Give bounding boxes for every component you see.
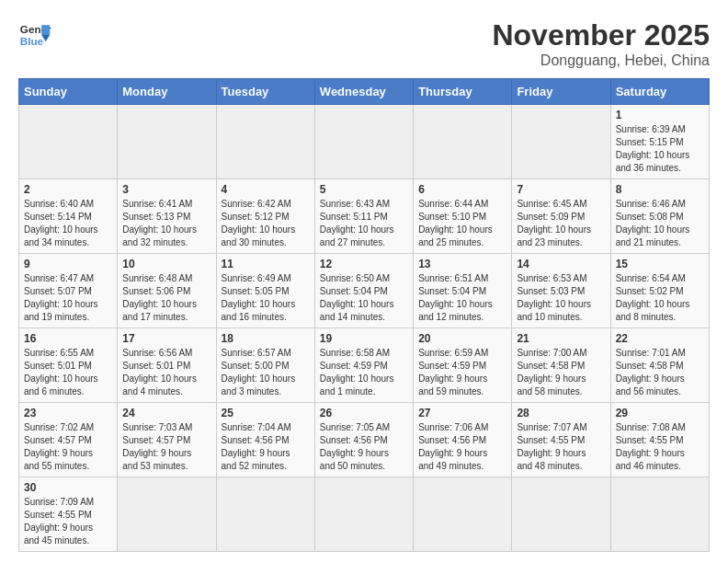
day-info: Sunrise: 6:59 AM Sunset: 4:59 PM Dayligh… bbox=[418, 347, 506, 398]
day-info: Sunrise: 6:54 AM Sunset: 5:02 PM Dayligh… bbox=[616, 272, 704, 324]
day-number: 4 bbox=[222, 183, 310, 196]
logo-icon: General Blue bbox=[18, 18, 51, 52]
day-number: 24 bbox=[122, 407, 210, 419]
day-cell: 30Sunrise: 7:09 AM Sunset: 4:55 PM Dayli… bbox=[19, 477, 118, 552]
day-cell: 25Sunrise: 7:04 AM Sunset: 4:56 PM Dayli… bbox=[216, 403, 314, 477]
day-number: 30 bbox=[24, 481, 112, 494]
day-info: Sunrise: 6:55 AM Sunset: 5:01 PM Dayligh… bbox=[24, 347, 112, 398]
day-number: 3 bbox=[122, 183, 210, 196]
day-cell: 3Sunrise: 6:41 AM Sunset: 5:13 PM Daylig… bbox=[118, 179, 216, 254]
day-number: 25 bbox=[222, 407, 310, 419]
day-number: 10 bbox=[122, 258, 210, 270]
day-number: 2 bbox=[24, 183, 112, 196]
day-number: 19 bbox=[320, 332, 408, 345]
day-info: Sunrise: 6:48 AM Sunset: 5:06 PM Dayligh… bbox=[122, 272, 210, 324]
day-info: Sunrise: 6:40 AM Sunset: 5:14 PM Dayligh… bbox=[24, 198, 112, 249]
day-info: Sunrise: 7:09 AM Sunset: 4:55 PM Dayligh… bbox=[24, 496, 112, 547]
day-cell: 6Sunrise: 6:44 AM Sunset: 5:10 PM Daylig… bbox=[414, 179, 512, 254]
calendar-table: SundayMondayTuesdayWednesdayThursdayFrid… bbox=[18, 78, 710, 552]
col-header-wednesday: Wednesday bbox=[314, 79, 413, 105]
day-number: 13 bbox=[418, 258, 506, 270]
day-cell: 2Sunrise: 6:40 AM Sunset: 5:14 PM Daylig… bbox=[19, 179, 118, 254]
day-number: 14 bbox=[517, 258, 605, 270]
day-info: Sunrise: 7:02 AM Sunset: 4:57 PM Dayligh… bbox=[24, 421, 112, 473]
day-cell: 17Sunrise: 6:56 AM Sunset: 5:01 PM Dayli… bbox=[118, 328, 216, 403]
day-number: 8 bbox=[616, 183, 704, 196]
day-cell: 8Sunrise: 6:46 AM Sunset: 5:08 PM Daylig… bbox=[610, 179, 709, 254]
week-row-4: 23Sunrise: 7:02 AM Sunset: 4:57 PM Dayli… bbox=[19, 403, 710, 477]
day-number: 9 bbox=[24, 258, 112, 270]
day-cell: 15Sunrise: 6:54 AM Sunset: 5:02 PM Dayli… bbox=[610, 254, 709, 328]
day-info: Sunrise: 7:07 AM Sunset: 4:55 PM Dayligh… bbox=[517, 421, 605, 473]
day-number: 21 bbox=[517, 332, 605, 345]
day-info: Sunrise: 7:03 AM Sunset: 4:57 PM Dayligh… bbox=[122, 421, 210, 473]
day-number: 17 bbox=[122, 332, 210, 345]
week-row-3: 16Sunrise: 6:55 AM Sunset: 5:01 PM Dayli… bbox=[19, 328, 710, 403]
col-header-tuesday: Tuesday bbox=[216, 79, 314, 105]
day-cell: 21Sunrise: 7:00 AM Sunset: 4:58 PM Dayli… bbox=[512, 328, 610, 403]
day-number: 23 bbox=[24, 407, 112, 419]
day-info: Sunrise: 7:08 AM Sunset: 4:55 PM Dayligh… bbox=[616, 421, 704, 473]
day-number: 5 bbox=[320, 183, 408, 196]
day-number: 12 bbox=[320, 258, 408, 270]
day-cell: 19Sunrise: 6:58 AM Sunset: 4:59 PM Dayli… bbox=[314, 328, 413, 403]
day-cell: 14Sunrise: 6:53 AM Sunset: 5:03 PM Dayli… bbox=[512, 254, 610, 328]
day-info: Sunrise: 7:01 AM Sunset: 4:58 PM Dayligh… bbox=[616, 347, 704, 398]
day-number: 6 bbox=[418, 183, 506, 196]
day-cell: 28Sunrise: 7:07 AM Sunset: 4:55 PM Dayli… bbox=[512, 403, 610, 477]
svg-marker-2 bbox=[41, 25, 50, 35]
day-number: 27 bbox=[418, 407, 506, 419]
day-cell: 22Sunrise: 7:01 AM Sunset: 4:58 PM Dayli… bbox=[610, 328, 709, 403]
day-number: 26 bbox=[320, 407, 408, 419]
day-number: 7 bbox=[517, 183, 605, 196]
day-cell: 23Sunrise: 7:02 AM Sunset: 4:57 PM Dayli… bbox=[19, 403, 118, 477]
day-cell: 12Sunrise: 6:50 AM Sunset: 5:04 PM Dayli… bbox=[314, 254, 413, 328]
day-info: Sunrise: 6:51 AM Sunset: 5:04 PM Dayligh… bbox=[418, 272, 506, 324]
day-cell bbox=[118, 477, 216, 552]
header: General Blue November 2025 Dongguang, He… bbox=[18, 18, 710, 69]
day-cell: 7Sunrise: 6:45 AM Sunset: 5:09 PM Daylig… bbox=[512, 179, 610, 254]
day-cell bbox=[414, 477, 512, 552]
col-header-monday: Monday bbox=[118, 79, 216, 105]
day-number: 11 bbox=[222, 258, 310, 270]
day-cell: 10Sunrise: 6:48 AM Sunset: 5:06 PM Dayli… bbox=[118, 254, 216, 328]
subtitle: Dongguang, Hebei, China bbox=[492, 52, 710, 69]
col-header-friday: Friday bbox=[512, 79, 610, 105]
day-cell: 18Sunrise: 6:57 AM Sunset: 5:00 PM Dayli… bbox=[216, 328, 314, 403]
day-info: Sunrise: 6:42 AM Sunset: 5:12 PM Dayligh… bbox=[222, 198, 310, 249]
day-cell: 13Sunrise: 6:51 AM Sunset: 5:04 PM Dayli… bbox=[414, 254, 512, 328]
day-number: 18 bbox=[222, 332, 310, 345]
week-row-1: 2Sunrise: 6:40 AM Sunset: 5:14 PM Daylig… bbox=[19, 179, 710, 254]
day-cell: 20Sunrise: 6:59 AM Sunset: 4:59 PM Dayli… bbox=[414, 328, 512, 403]
day-cell: 16Sunrise: 6:55 AM Sunset: 5:01 PM Dayli… bbox=[19, 328, 118, 403]
day-number: 28 bbox=[517, 407, 605, 419]
day-cell: 4Sunrise: 6:42 AM Sunset: 5:12 PM Daylig… bbox=[216, 179, 314, 254]
main-title: November 2025 bbox=[492, 18, 710, 52]
day-cell: 27Sunrise: 7:06 AM Sunset: 4:56 PM Dayli… bbox=[414, 403, 512, 477]
day-number: 16 bbox=[24, 332, 112, 345]
day-info: Sunrise: 6:44 AM Sunset: 5:10 PM Dayligh… bbox=[418, 198, 506, 249]
day-info: Sunrise: 6:58 AM Sunset: 4:59 PM Dayligh… bbox=[320, 347, 408, 398]
day-cell bbox=[19, 105, 118, 179]
day-info: Sunrise: 7:00 AM Sunset: 4:58 PM Dayligh… bbox=[517, 347, 605, 398]
col-header-thursday: Thursday bbox=[414, 79, 512, 105]
day-info: Sunrise: 6:53 AM Sunset: 5:03 PM Dayligh… bbox=[517, 272, 605, 324]
day-number: 1 bbox=[616, 109, 704, 121]
day-cell bbox=[512, 105, 610, 179]
day-cell: 5Sunrise: 6:43 AM Sunset: 5:11 PM Daylig… bbox=[314, 179, 413, 254]
day-cell bbox=[216, 477, 314, 552]
day-info: Sunrise: 6:50 AM Sunset: 5:04 PM Dayligh… bbox=[320, 272, 408, 324]
day-cell bbox=[118, 105, 216, 179]
day-cell bbox=[216, 105, 314, 179]
day-info: Sunrise: 6:39 AM Sunset: 5:15 PM Dayligh… bbox=[616, 123, 704, 175]
svg-text:Blue: Blue bbox=[20, 35, 44, 47]
day-info: Sunrise: 7:06 AM Sunset: 4:56 PM Dayligh… bbox=[418, 421, 506, 473]
day-info: Sunrise: 6:49 AM Sunset: 5:05 PM Dayligh… bbox=[222, 272, 310, 324]
day-cell: 29Sunrise: 7:08 AM Sunset: 4:55 PM Dayli… bbox=[610, 403, 709, 477]
col-header-sunday: Sunday bbox=[19, 79, 118, 105]
day-info: Sunrise: 6:41 AM Sunset: 5:13 PM Dayligh… bbox=[122, 198, 210, 249]
logo: General Blue bbox=[18, 18, 51, 52]
day-info: Sunrise: 6:47 AM Sunset: 5:07 PM Dayligh… bbox=[24, 272, 112, 324]
day-number: 20 bbox=[418, 332, 506, 345]
day-cell: 9Sunrise: 6:47 AM Sunset: 5:07 PM Daylig… bbox=[19, 254, 118, 328]
